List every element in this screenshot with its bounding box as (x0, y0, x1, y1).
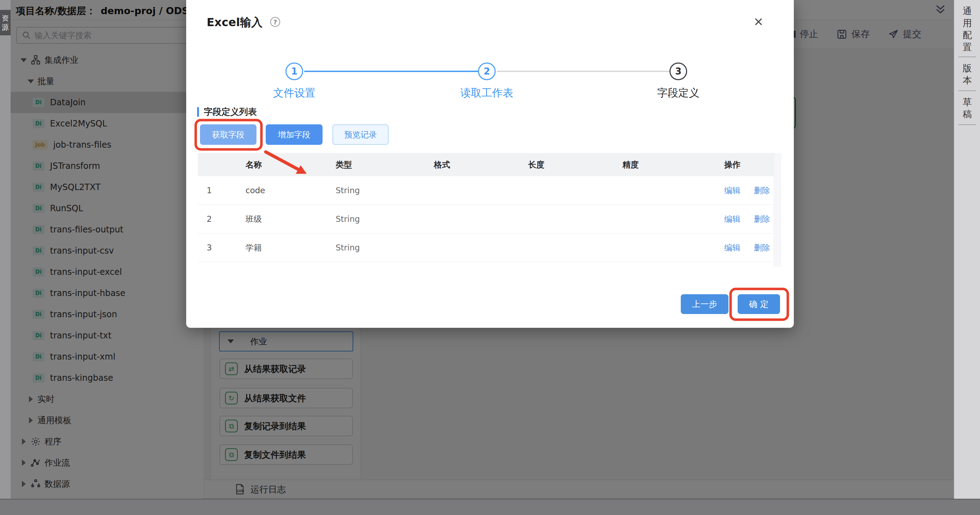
fetch-fields-button[interactable]: 获取字段 (200, 124, 256, 145)
tab-resources[interactable]: 资源 (0, 10, 11, 35)
field-definition-table: 名称 类型 格式 长度 精度 操作 1 code String 编辑 删除 2 … (198, 153, 774, 262)
dialog-title: Excel输入 (207, 15, 262, 30)
confirm-button[interactable]: 确 定 (738, 294, 780, 314)
add-field-button[interactable]: 增加字段 (266, 124, 323, 145)
table-row: 1 code String 编辑 删除 (198, 176, 774, 205)
preview-records-button[interactable]: 预览记录 (332, 124, 388, 145)
close-icon[interactable]: ✕ (751, 14, 766, 30)
step-3-circle[interactable]: 3 (670, 62, 687, 80)
config-sidebar: 通用配置 版本 草稿 (954, 0, 980, 499)
col-name: 名称 (237, 159, 327, 170)
field-name: 学籍 (237, 242, 327, 253)
section-title: 字段定义列表 (204, 106, 257, 118)
field-type: String (327, 215, 425, 224)
field-name: code (237, 186, 327, 195)
delete-link[interactable]: 删除 (754, 242, 770, 253)
divider (958, 124, 976, 125)
field-type: String (327, 186, 425, 195)
left-rail: 资源 (0, 0, 11, 499)
previous-step-button[interactable]: 上一步 (681, 294, 729, 314)
delete-link[interactable]: 删除 (754, 185, 770, 196)
step-1-label: 文件设置 (248, 86, 340, 100)
step-1-circle[interactable]: 1 (285, 62, 303, 80)
divider (958, 57, 976, 57)
step-2-circle[interactable]: 2 (478, 62, 496, 80)
row-index: 2 (198, 215, 237, 224)
help-icon[interactable]: ? (270, 17, 280, 27)
edit-link[interactable]: 编辑 (724, 242, 740, 253)
delete-link[interactable]: 删除 (754, 214, 770, 225)
col-length: 长度 (519, 159, 614, 170)
edit-link[interactable]: 编辑 (724, 214, 740, 225)
table-row: 3 学籍 String 编辑 删除 (198, 234, 774, 262)
divider (958, 91, 976, 91)
col-operation: 操作 (715, 159, 774, 170)
field-name: 班级 (237, 214, 327, 225)
row-index: 3 (198, 243, 237, 252)
section-accent-bar (197, 107, 199, 117)
tab-general-config[interactable]: 通用配置 (954, 5, 980, 53)
tab-drafts[interactable]: 草稿 (954, 96, 980, 120)
row-index: 1 (198, 186, 237, 195)
step-connector-1-2 (304, 71, 478, 72)
step-3-label: 字段定义 (632, 86, 724, 100)
field-type: String (327, 243, 425, 252)
status-strip (0, 499, 980, 515)
step-connector-2-3 (497, 71, 670, 72)
step-2-label: 读取工作表 (441, 86, 533, 100)
col-precision: 精度 (614, 159, 715, 170)
table-scrollbar[interactable] (774, 153, 781, 267)
table-row: 2 班级 String 编辑 删除 (198, 205, 774, 234)
col-format: 格式 (425, 159, 519, 170)
edit-link[interactable]: 编辑 (724, 185, 740, 196)
app-screen: 项目名称/数据层：demo-proj / ODS 输入关键字搜索 集成作业 批量… (0, 0, 980, 515)
col-type: 类型 (327, 159, 425, 170)
excel-input-dialog: Excel输入 ? ✕ 1 2 3 文件设置 读取工作表 字段定义 字段定义列表… (186, 0, 794, 328)
section-header: 字段定义列表 (197, 106, 257, 118)
table-header-row: 名称 类型 格式 长度 精度 操作 (198, 153, 774, 176)
tab-versions[interactable]: 版本 (954, 62, 980, 86)
